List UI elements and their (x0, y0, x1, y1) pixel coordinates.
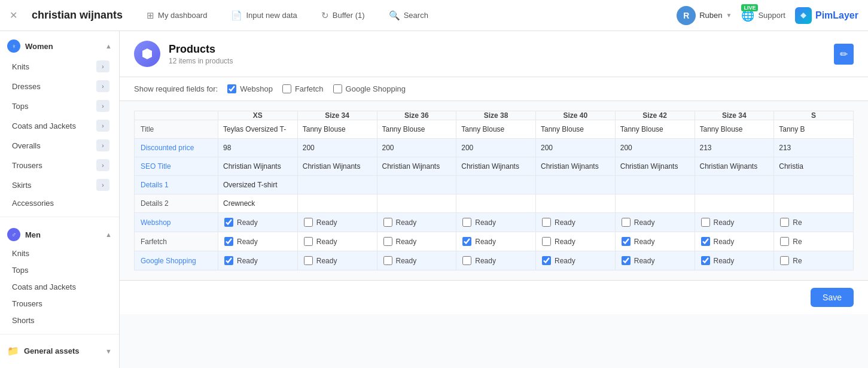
cell-price-s36[interactable] (377, 139, 456, 157)
cell-farfetch-s34b[interactable]: Ready (695, 232, 774, 251)
webshop-ready-s40[interactable] (542, 218, 551, 227)
sidebar-item-knits-men[interactable]: Knits (2, 245, 117, 261)
input-d1-s42[interactable] (616, 177, 695, 193)
cell-title-s38[interactable] (456, 120, 536, 139)
sidebar-item-accessories[interactable]: Accessories (2, 195, 117, 211)
cell-seo-xs[interactable] (218, 157, 298, 176)
men-section-header[interactable]: ♂ Men ▲ (0, 222, 119, 245)
cell-seo-s40[interactable] (536, 157, 616, 176)
farfetch-checkbox-label[interactable]: Farfetch (282, 84, 324, 93)
cell-d2-s[interactable] (774, 194, 854, 213)
input-d1-s38[interactable] (456, 177, 535, 193)
cell-d2-s40[interactable] (536, 194, 616, 213)
sidebar-item-skirts[interactable]: Skirts › (2, 175, 117, 194)
input-price-s34[interactable] (298, 139, 377, 156)
dashboard-nav[interactable]: ⊞ My dashboard (142, 8, 212, 23)
cell-d1-s34[interactable] (297, 176, 377, 194)
cell-title-s36[interactable] (377, 120, 456, 139)
cell-farfetch-s[interactable]: Re (774, 232, 854, 251)
webshop-checkbox-label[interactable]: Webshop (227, 84, 273, 93)
input-seo-s42[interactable] (616, 158, 695, 175)
cell-google-s36[interactable]: Ready (377, 251, 456, 270)
input-d1-s40[interactable] (536, 177, 615, 193)
cell-price-s[interactable] (774, 139, 854, 157)
farfetch-ready-s38[interactable] (462, 237, 471, 246)
cell-title-s34[interactable] (297, 120, 377, 139)
farfetch-ready-s[interactable] (780, 237, 789, 246)
input-d2-xs[interactable] (218, 195, 297, 212)
cell-title-s40[interactable] (536, 120, 616, 139)
webshop-ready-s42[interactable] (622, 218, 631, 227)
support-button[interactable]: LIVE 🌐 Support (741, 9, 785, 22)
input-price-s34b[interactable] (695, 139, 774, 156)
input-d2-s[interactable] (774, 195, 853, 212)
input-d1-xs[interactable] (218, 177, 297, 193)
cell-seo-s34b[interactable] (695, 157, 774, 176)
cell-webshop-s34[interactable]: Ready (297, 213, 377, 232)
sidebar-item-knits-women[interactable]: Knits › (2, 57, 117, 76)
cell-google-s42[interactable]: Ready (615, 251, 695, 270)
input-title-xs[interactable] (218, 121, 297, 138)
input-title-s[interactable] (774, 121, 853, 138)
webshop-checkbox[interactable] (227, 84, 236, 93)
cell-d1-s40[interactable] (536, 176, 616, 194)
cell-google-s34[interactable]: Ready (297, 251, 377, 270)
sidebar-item-tops-men[interactable]: Tops (2, 262, 117, 278)
cell-farfetch-xs[interactable]: Ready (218, 232, 298, 251)
cell-d1-s38[interactable] (456, 176, 536, 194)
cell-d2-s38[interactable] (456, 194, 536, 213)
search-nav[interactable]: 🔍 Search (384, 8, 433, 23)
sidebar-item-dresses[interactable]: Dresses › (2, 77, 117, 96)
cell-title-s42[interactable] (615, 120, 695, 139)
input-d2-s34b[interactable] (695, 195, 774, 212)
cell-d2-s34[interactable] (297, 194, 377, 213)
cell-webshop-s38[interactable]: Ready (456, 213, 536, 232)
cell-google-s38[interactable]: Ready (456, 251, 536, 270)
input-d1-s34b[interactable] (695, 177, 774, 193)
cell-farfetch-s40[interactable]: Ready (536, 232, 616, 251)
webshop-ready-s34b[interactable] (701, 218, 710, 227)
sidebar-item-trousers-women[interactable]: Trousers › (2, 156, 117, 175)
input-title-s42[interactable] (616, 121, 695, 138)
cell-seo-s34[interactable] (297, 157, 377, 176)
google-ready-s42[interactable] (622, 256, 631, 265)
cell-price-s38[interactable] (456, 139, 536, 157)
google-checkbox[interactable] (333, 84, 342, 93)
cell-google-s40[interactable]: Ready (536, 251, 616, 270)
google-ready-s34[interactable] (304, 256, 313, 265)
cell-d1-s34b[interactable] (695, 176, 774, 194)
farfetch-ready-xs[interactable] (224, 237, 233, 246)
cell-d2-s34b[interactable] (695, 194, 774, 213)
google-ready-s38[interactable] (462, 256, 471, 265)
input-d1-s[interactable] (774, 177, 853, 193)
input-seo-xs[interactable] (218, 158, 297, 175)
cell-farfetch-s42[interactable]: Ready (615, 232, 695, 251)
cell-d1-s42[interactable] (615, 176, 695, 194)
input-title-s36[interactable] (377, 121, 456, 138)
cell-price-s40[interactable] (536, 139, 616, 157)
cell-title-s34b[interactable] (695, 120, 774, 139)
input-d2-s34[interactable] (298, 195, 377, 212)
input-nav[interactable]: 📄 Input new data (226, 8, 301, 23)
google-checkbox-label[interactable]: Google Shopping (333, 84, 406, 93)
input-seo-s34[interactable] (298, 158, 377, 175)
cell-d2-s36[interactable] (377, 194, 456, 213)
cell-d1-s36[interactable] (377, 176, 456, 194)
save-button[interactable]: Save (811, 288, 854, 307)
input-price-s38[interactable] (456, 139, 535, 156)
cell-google-xs[interactable]: Ready (218, 251, 298, 270)
google-ready-s40[interactable] (542, 256, 551, 265)
sidebar-item-coats-men[interactable]: Coats and Jackets (2, 279, 117, 295)
cell-seo-s42[interactable] (615, 157, 695, 176)
input-title-s34b[interactable] (695, 121, 774, 138)
sidebar-item-shorts[interactable]: Shorts (2, 312, 117, 329)
webshop-ready-s36[interactable] (383, 218, 392, 227)
webshop-ready-s[interactable] (780, 218, 789, 227)
input-title-s38[interactable] (456, 121, 535, 138)
cell-title-xs[interactable] (218, 120, 298, 139)
google-ready-s[interactable] (780, 256, 789, 265)
cell-seo-s38[interactable] (456, 157, 536, 176)
cell-farfetch-s38[interactable]: Ready (456, 232, 536, 251)
google-ready-xs[interactable] (224, 256, 233, 265)
input-price-s36[interactable] (377, 139, 456, 156)
